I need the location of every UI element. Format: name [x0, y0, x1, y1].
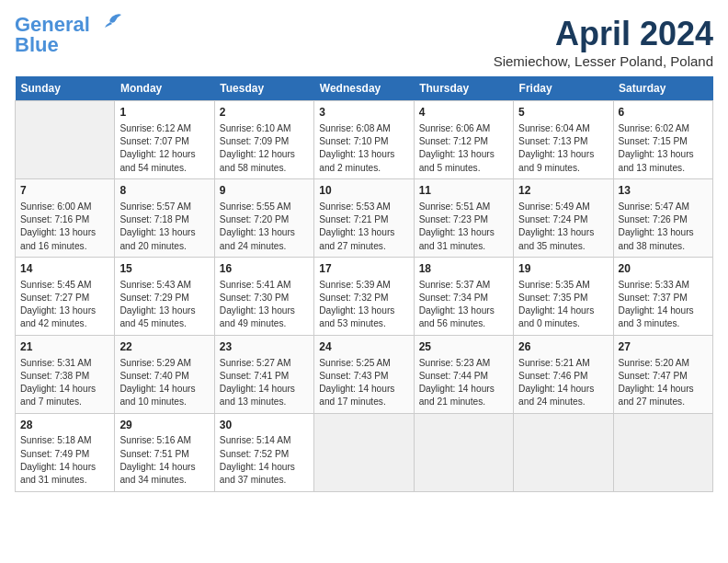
calendar-cell: 7Sunrise: 6:00 AM Sunset: 7:16 PM Daylig… [16, 178, 115, 257]
day-number: 28 [20, 418, 109, 433]
calendar-cell: 18Sunrise: 5:37 AM Sunset: 7:34 PM Dayli… [414, 257, 513, 335]
location: Siemiechow, Lesser Poland, Poland [494, 53, 713, 69]
day-number: 18 [419, 261, 508, 277]
day-number: 13 [619, 183, 708, 199]
calendar-week-2: 7Sunrise: 6:00 AM Sunset: 7:16 PM Daylig… [16, 178, 713, 257]
calendar-cell [613, 413, 712, 491]
calendar-cell: 30Sunrise: 5:14 AM Sunset: 7:52 PM Dayli… [214, 413, 313, 491]
day-info: Sunrise: 5:55 AM Sunset: 7:20 PM Dayligh… [220, 201, 309, 253]
day-number: 27 [619, 339, 708, 355]
day-number: 22 [119, 339, 209, 355]
day-info: Sunrise: 6:04 AM Sunset: 7:13 PM Dayligh… [518, 122, 608, 175]
day-number: 21 [20, 339, 109, 355]
day-number: 9 [220, 183, 309, 199]
day-number: 1 [119, 105, 209, 121]
calendar-cell: 27Sunrise: 5:20 AM Sunset: 7:47 PM Dayli… [613, 335, 712, 413]
calendar-cell: 12Sunrise: 5:49 AM Sunset: 7:24 PM Dayli… [514, 178, 613, 257]
day-info: Sunrise: 6:12 AM Sunset: 7:07 PM Dayligh… [119, 122, 209, 175]
day-number: 6 [619, 105, 708, 121]
day-number: 2 [220, 105, 309, 121]
day-number: 26 [518, 339, 608, 355]
calendar-cell: 4Sunrise: 6:06 AM Sunset: 7:12 PM Daylig… [414, 101, 513, 179]
header-thursday: Thursday [414, 76, 513, 101]
day-info: Sunrise: 6:02 AM Sunset: 7:15 PM Dayligh… [619, 122, 708, 175]
calendar-cell: 15Sunrise: 5:43 AM Sunset: 7:29 PM Dayli… [115, 257, 214, 335]
logo-blue: Blue [15, 33, 59, 56]
calendar-cell: 2Sunrise: 6:10 AM Sunset: 7:09 PM Daylig… [214, 101, 313, 179]
header-monday: Monday [115, 76, 214, 101]
header-saturday: Saturday [613, 76, 712, 101]
calendar-cell: 23Sunrise: 5:27 AM Sunset: 7:41 PM Dayli… [214, 335, 313, 413]
day-number: 15 [119, 261, 209, 277]
logo-bird-icon [94, 9, 123, 39]
calendar-week-1: 1Sunrise: 6:12 AM Sunset: 7:07 PM Daylig… [16, 101, 713, 179]
day-number: 12 [518, 183, 608, 199]
day-number: 7 [20, 183, 109, 199]
day-info: Sunrise: 6:00 AM Sunset: 7:16 PM Dayligh… [20, 201, 109, 253]
day-number: 5 [518, 105, 608, 121]
calendar-cell: 11Sunrise: 5:51 AM Sunset: 7:23 PM Dayli… [414, 178, 513, 257]
day-info: Sunrise: 5:33 AM Sunset: 7:37 PM Dayligh… [619, 279, 708, 331]
header-sunday: Sunday [16, 76, 115, 101]
day-info: Sunrise: 5:16 AM Sunset: 7:51 PM Dayligh… [119, 434, 209, 487]
logo: General Blue [15, 15, 123, 55]
calendar-cell [414, 413, 513, 491]
day-info: Sunrise: 6:10 AM Sunset: 7:09 PM Dayligh… [220, 122, 309, 175]
calendar-week-4: 21Sunrise: 5:31 AM Sunset: 7:38 PM Dayli… [16, 335, 713, 413]
day-number: 16 [220, 261, 309, 277]
day-number: 30 [220, 418, 309, 433]
calendar-week-3: 14Sunrise: 5:45 AM Sunset: 7:27 PM Dayli… [16, 257, 713, 335]
calendar-cell: 25Sunrise: 5:23 AM Sunset: 7:44 PM Dayli… [414, 335, 513, 413]
day-info: Sunrise: 5:37 AM Sunset: 7:34 PM Dayligh… [419, 279, 508, 331]
day-number: 4 [419, 105, 508, 121]
day-number: 8 [119, 183, 209, 199]
calendar-cell: 5Sunrise: 6:04 AM Sunset: 7:13 PM Daylig… [514, 101, 613, 179]
logo-text: General Blue [15, 15, 90, 55]
day-number: 10 [319, 183, 408, 199]
day-info: Sunrise: 6:06 AM Sunset: 7:12 PM Dayligh… [419, 122, 508, 175]
day-number: 19 [518, 261, 608, 277]
calendar-cell: 20Sunrise: 5:33 AM Sunset: 7:37 PM Dayli… [613, 257, 712, 335]
day-info: Sunrise: 5:35 AM Sunset: 7:35 PM Dayligh… [518, 279, 608, 331]
day-info: Sunrise: 5:29 AM Sunset: 7:40 PM Dayligh… [119, 357, 209, 409]
calendar-cell: 8Sunrise: 5:57 AM Sunset: 7:18 PM Daylig… [115, 178, 214, 257]
day-number: 23 [220, 339, 309, 355]
day-number: 14 [20, 261, 109, 277]
day-number: 24 [319, 339, 408, 355]
calendar-cell: 24Sunrise: 5:25 AM Sunset: 7:43 PM Dayli… [314, 335, 414, 413]
calendar-cell: 16Sunrise: 5:41 AM Sunset: 7:30 PM Dayli… [214, 257, 313, 335]
day-info: Sunrise: 5:47 AM Sunset: 7:26 PM Dayligh… [619, 201, 708, 253]
calendar-cell [16, 101, 115, 179]
day-info: Sunrise: 5:41 AM Sunset: 7:30 PM Dayligh… [220, 279, 309, 331]
calendar-cell: 28Sunrise: 5:18 AM Sunset: 7:49 PM Dayli… [16, 413, 115, 491]
calendar-cell: 22Sunrise: 5:29 AM Sunset: 7:40 PM Dayli… [115, 335, 214, 413]
header-friday: Friday [514, 76, 613, 101]
calendar-cell: 17Sunrise: 5:39 AM Sunset: 7:32 PM Dayli… [314, 257, 414, 335]
day-info: Sunrise: 6:08 AM Sunset: 7:10 PM Dayligh… [319, 122, 408, 175]
day-info: Sunrise: 5:51 AM Sunset: 7:23 PM Dayligh… [419, 201, 508, 253]
calendar-cell: 10Sunrise: 5:53 AM Sunset: 7:21 PM Dayli… [314, 178, 414, 257]
calendar-cell [514, 413, 613, 491]
title-area: April 2024 Siemiechow, Lesser Poland, Po… [494, 15, 713, 69]
page-header: General Blue April 2024 Siemiechow, Less… [15, 15, 713, 69]
day-number: 29 [119, 418, 209, 433]
calendar-cell: 29Sunrise: 5:16 AM Sunset: 7:51 PM Dayli… [115, 413, 214, 491]
day-info: Sunrise: 5:43 AM Sunset: 7:29 PM Dayligh… [119, 279, 209, 331]
day-info: Sunrise: 5:39 AM Sunset: 7:32 PM Dayligh… [319, 279, 408, 331]
day-number: 11 [419, 183, 508, 199]
month-title: April 2024 [494, 15, 713, 53]
calendar-cell: 9Sunrise: 5:55 AM Sunset: 7:20 PM Daylig… [214, 178, 313, 257]
day-info: Sunrise: 5:49 AM Sunset: 7:24 PM Dayligh… [518, 201, 608, 253]
day-info: Sunrise: 5:21 AM Sunset: 7:46 PM Dayligh… [518, 357, 608, 409]
calendar-cell: 6Sunrise: 6:02 AM Sunset: 7:15 PM Daylig… [613, 101, 712, 179]
calendar-cell: 21Sunrise: 5:31 AM Sunset: 7:38 PM Dayli… [16, 335, 115, 413]
calendar-cell: 19Sunrise: 5:35 AM Sunset: 7:35 PM Dayli… [514, 257, 613, 335]
day-info: Sunrise: 5:27 AM Sunset: 7:41 PM Dayligh… [220, 357, 309, 409]
day-info: Sunrise: 5:53 AM Sunset: 7:21 PM Dayligh… [319, 201, 408, 253]
day-info: Sunrise: 5:25 AM Sunset: 7:43 PM Dayligh… [319, 357, 408, 409]
day-info: Sunrise: 5:20 AM Sunset: 7:47 PM Dayligh… [619, 357, 708, 409]
day-number: 3 [319, 105, 408, 121]
calendar-week-5: 28Sunrise: 5:18 AM Sunset: 7:49 PM Dayli… [16, 413, 713, 491]
calendar-cell: 14Sunrise: 5:45 AM Sunset: 7:27 PM Dayli… [16, 257, 115, 335]
calendar-cell: 3Sunrise: 6:08 AM Sunset: 7:10 PM Daylig… [314, 101, 414, 179]
